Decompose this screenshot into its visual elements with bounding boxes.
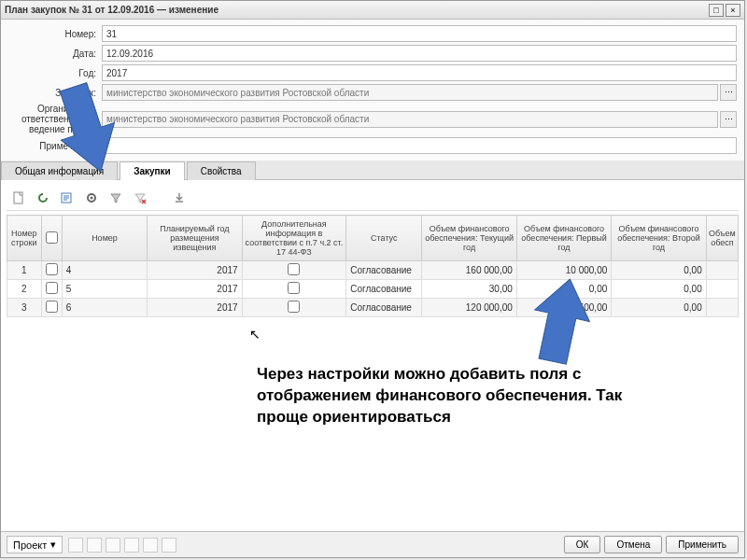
apply-button[interactable]: Применить [666, 536, 739, 553]
addinfo-checkbox[interactable] [288, 282, 300, 294]
project-dropdown[interactable]: Проект▾ [7, 536, 63, 553]
org-field[interactable] [102, 111, 718, 128]
col-addinfo[interactable]: Дополнительная информация в соответствии… [242, 216, 346, 261]
window-title: План закупок № 31 от 12.09.2016 — измене… [5, 5, 707, 15]
footer-tool-5[interactable] [143, 538, 158, 553]
annotation-arrow-1 [54, 80, 120, 183]
tab-purchases[interactable]: Закупки [120, 161, 185, 180]
export-icon[interactable] [170, 189, 189, 207]
annotation-arrow-2 [528, 278, 593, 371]
date-label: Дата: [8, 49, 102, 59]
addinfo-checkbox[interactable] [288, 301, 300, 313]
note-field[interactable] [102, 137, 737, 154]
svg-rect-0 [14, 192, 22, 203]
date-field[interactable] [102, 45, 737, 62]
row-checkbox[interactable] [46, 301, 58, 313]
footer-tool-1[interactable] [68, 538, 83, 553]
col-status[interactable]: Статус [346, 216, 422, 261]
year-field[interactable] [102, 64, 737, 81]
purchases-grid: Номер строки Номер Планируемый год разме… [7, 215, 739, 317]
table-row[interactable]: 3 6 2017 Согласование 120 000,00 2 500,0… [7, 299, 739, 317]
grid-body: 1 4 2017 Согласование 160 000,00 10 000,… [7, 261, 739, 317]
col-planyear[interactable]: Планируемый год размещения извещения [148, 216, 242, 261]
col-fin-current[interactable]: Объем финансового обеспечения: Текущий г… [422, 216, 516, 261]
settings-icon[interactable] [82, 189, 101, 207]
footer-tool-3[interactable] [106, 538, 120, 553]
filter-clear-icon[interactable] [131, 189, 149, 207]
org-picker-button[interactable]: ⋯ [720, 111, 737, 128]
content-area: Номер строки Номер Планируемый год разме… [1, 180, 744, 531]
titlebar: План закупок № 31 от 12.09.2016 — измене… [1, 1, 744, 20]
addinfo-checkbox[interactable] [288, 263, 300, 275]
col-fin-more[interactable]: Объем обесп [706, 216, 738, 261]
svg-point-3 [91, 197, 93, 200]
chevron-down-icon: ▾ [50, 539, 56, 551]
grid-toolbar [7, 186, 739, 211]
col-fin-second[interactable]: Объем финансового обеспечения: Второй го… [612, 216, 706, 261]
cancel-button[interactable]: Отмена [604, 536, 662, 553]
row-checkbox[interactable] [46, 282, 58, 294]
cursor-icon: ↖ [249, 327, 261, 342]
number-field[interactable] [102, 25, 737, 42]
new-icon[interactable] [9, 189, 28, 207]
edit-icon[interactable] [58, 189, 77, 207]
ok-button[interactable]: ОК [564, 536, 601, 553]
tab-properties[interactable]: Свойства [187, 161, 256, 180]
customer-field[interactable] [102, 84, 718, 101]
number-label: Номер: [8, 29, 102, 39]
row-checkbox[interactable] [46, 263, 58, 275]
footer-icons [68, 538, 176, 553]
refresh-icon[interactable] [34, 189, 52, 207]
col-rownum[interactable]: Номер строки [7, 216, 42, 261]
header-checkbox[interactable] [46, 231, 58, 244]
table-row[interactable]: 2 5 2017 Согласование 30,00 0,00 0,00 [7, 280, 739, 299]
footer: Проект▾ ОК Отмена Применить [1, 531, 744, 557]
close-icon[interactable]: × [726, 4, 740, 17]
maximize-icon[interactable]: □ [709, 4, 724, 17]
customer-picker-button[interactable]: ⋯ [720, 84, 737, 101]
footer-tool-6[interactable] [162, 538, 176, 553]
col-fin-first[interactable]: Объем финансового обеспечения: Первый го… [516, 216, 611, 261]
footer-tool-4[interactable] [124, 538, 139, 553]
footer-tool-2[interactable] [87, 538, 102, 553]
col-check[interactable] [41, 216, 62, 261]
table-row[interactable]: 1 4 2017 Согласование 160 000,00 10 000,… [7, 261, 739, 280]
year-label: Год: [8, 68, 102, 78]
filter-icon[interactable] [106, 189, 125, 207]
col-number[interactable]: Номер [62, 216, 147, 261]
annotation-text: Через настройки можно добавить поля с от… [257, 364, 649, 428]
